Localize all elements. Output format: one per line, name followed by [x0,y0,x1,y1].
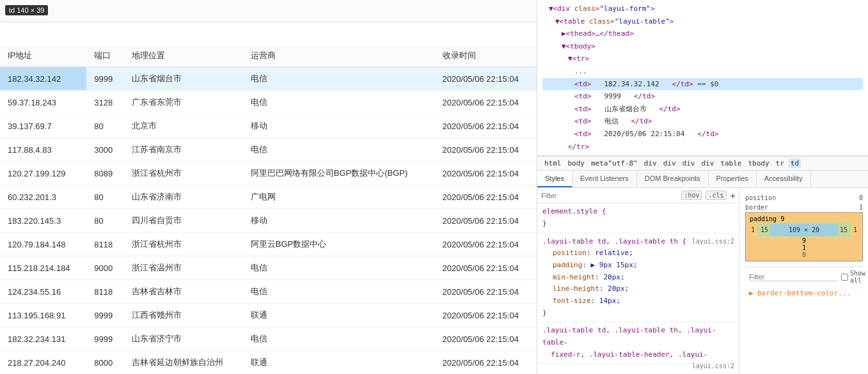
table-row[interactable]: 120.79.184.1488118浙江省杭州市阿里云BGP数据中心2020/0… [0,233,537,256]
dom-line[interactable]: <td>山东省烟台市</td> [542,103,863,116]
table-header-row: IP地址 端口 地理位置 运营商 收录时间 [0,45,537,67]
table-row[interactable]: 182.32.234.1319999山东省济宁市电信2020/05/06 22:… [0,327,537,351]
breadcrumb-item-html[interactable]: html [542,159,564,168]
filter-plus-btn[interactable]: + [730,191,736,200]
table-row[interactable]: 183.220.145.380四川省自贡市移动2020/05/06 22:15:… [0,209,537,233]
css-rule-layui-table: .layui-table td, .layui-​table th { layu… [537,233,739,323]
table-row[interactable]: 120.27.199.1298089浙江省杭州市阿里巴巴网络有限公司BGP数据中… [0,162,537,185]
table-body: 182.34.32.1429999山东省烟台市电信2020/05/06 22:1… [0,67,537,375]
table-cell-ip: 39.137.69.7 [0,114,86,138]
table-row[interactable]: 60.232.201.380山东省济南市广电网2020/05/06 22:15:… [0,185,537,209]
border-value: 1 [859,204,863,211]
table-cell-location: 四川省自贡市 [124,209,243,233]
box-middle-row: 1 15 109 × 20 15 1 [748,222,860,237]
table-cell-port: 3000 [86,138,124,162]
table-row[interactable]: 117.88.4.833000江苏省南京市电信2020/05/06 22:15:… [0,138,537,162]
tab-styles[interactable]: Styles [537,171,572,187]
tab-event-listeners[interactable]: Event Listeners [572,171,637,187]
dom-line[interactable]: ▼<table class="layui-table"> [542,15,863,28]
col-isp: 运营商 [243,45,435,67]
breadcrumb-item-tbody[interactable]: tbody [746,159,771,168]
table-cell-port: 3128 [86,91,124,114]
breadcrumb-item-tr[interactable]: tr [774,159,786,168]
margin-bottom-val: 0 [802,251,806,258]
show-all-label[interactable]: Show all [841,270,865,284]
content-box: 109 × 20 [770,224,838,236]
table-cell-location: 吉林省吉林市 [124,280,243,304]
breadcrumb-item-meta"utf-8"[interactable]: meta"utf-8" [589,159,640,168]
padding-right-val: 15 [838,226,849,233]
table-cell-isp: 电信 [243,256,435,280]
border-label: border [745,204,768,211]
table-cell-ip: 182.34.32.142 [0,67,86,91]
dom-line[interactable]: ▶<thead>…</thead> [542,27,863,40]
table-cell-ip: 182.32.234.131 [0,327,86,351]
box-model-diagram: padding 9 1 15 109 × 20 15 1 9 1 0 [745,212,863,261]
filter-hov-btn[interactable]: :hov [681,191,702,200]
dom-line[interactable]: <td>2020/05/06 22:15:04</td> [542,128,863,141]
table-row[interactable]: 218.27.204.2408000吉林省延边朝鲜族自治州联通2020/05/0… [0,351,537,375]
dom-line[interactable]: <td>电信</td> [542,115,863,128]
dom-line[interactable]: ▼<tbody> [542,40,863,53]
breadcrumb-item-div[interactable]: div [681,159,697,168]
dom-tree[interactable]: ▼<div class="layui-form">▼<table class="… [537,0,868,156]
table-cell-isp: 电信 [243,138,435,162]
tab-properties[interactable]: Properties [709,171,757,187]
table-cell-location: 广东省东莞市 [124,91,243,114]
table-cell-ip: 113.195.168.91 [0,304,86,327]
table-cell-time: 2020/05/06 22:15:04 [435,327,537,351]
breadcrumb-item-body[interactable]: body [566,159,587,168]
filter-input[interactable] [541,192,677,199]
table-cell-port: 80 [86,209,124,233]
dom-line[interactable]: ▼<div class="layui-form"> [542,3,863,15]
table-cell-ip: 117.88.4.83 [0,138,86,162]
position-row: position 0 [745,193,863,203]
table-cell-time: 2020/05/06 22:15:04 [435,233,537,256]
box-padding-label-row: padding 9 [748,215,860,222]
position-label: position [745,194,776,201]
box-border-bottom-row: 1 [748,244,860,251]
table-wrapper[interactable]: IP地址 端口 地理位置 运营商 收录时间 182.34.32.1429999山… [0,45,537,374]
dom-line[interactable]: ▼<tr> [542,52,863,65]
filter-bar: :hov .cls + [537,188,739,203]
tooltip-tag: td [9,6,15,14]
styles-left[interactable]: :hov .cls + element.style {} .layui-tabl… [537,188,740,374]
breadcrumb-item-table[interactable]: table [718,159,743,168]
data-table: IP地址 端口 地理位置 运营商 收录时间 182.34.32.1429999山… [0,45,537,374]
dom-line: </tr> [542,141,863,153]
table-row[interactable]: 115.218.214.1849000浙江省温州市电信2020/05/06 22… [0,256,537,280]
table-cell-port: 80 [86,185,124,209]
filter-cls-btn[interactable]: .cls [706,191,726,200]
tooltip-badge: td 140 × 39 [5,5,48,15]
table-cell-ip: 60.232.201.3 [0,185,86,209]
table-cell-isp: 移动 [243,114,435,138]
breadcrumb-item-td[interactable]: td [789,159,801,168]
table-cell-location: 江苏省南京市 [124,138,243,162]
show-all-checkbox[interactable] [841,274,848,281]
filter-bar-bottom: Show all [745,267,863,286]
css-rule-layui-table-2: .layui-table td, .layui-​table th, .layu… [537,322,739,364]
table-cell-isp: 电信 [243,280,435,304]
padding-label: padding 9 [750,215,784,222]
breadcrumb-item-div[interactable]: div [699,159,716,168]
table-row[interactable]: 182.34.32.1429999山东省烟台市电信2020/05/06 22:1… [0,67,537,91]
dom-line-selected[interactable]: <td>182.34.32.142</td> == $0 [542,78,863,91]
dom-line[interactable]: ... [542,65,863,78]
table-cell-location: 浙江省杭州市 [124,162,243,185]
breadcrumb-item-div[interactable]: div [642,159,659,168]
table-cell-ip: 183.220.145.3 [0,209,86,233]
table-cell-location: 浙江省杭州市 [124,233,243,256]
table-cell-time: 2020/05/06 22:15:04 [435,138,537,162]
table-row[interactable]: 113.195.168.919999江西省赣州市联通2020/05/06 22:… [0,304,537,327]
table-row[interactable]: 124.234.55.168118吉林省吉林市电信2020/05/06 22:1… [0,280,537,304]
tab-dom-breakpoints[interactable]: DOM Breakpoints [637,171,709,187]
dom-line[interactable]: <td>9999</td> [542,90,863,103]
table-cell-time: 2020/05/06 22:15:04 [435,256,537,280]
table-row[interactable]: 39.137.69.780北京市移动2020/05/06 22:15:04 [0,114,537,138]
filter-bottom-input[interactable] [749,273,837,281]
table-row[interactable]: 59.37.18.2433128广东省东莞市电信2020/05/06 22:15… [0,91,537,114]
breadcrumb-item-div[interactable]: div [661,159,678,168]
show-all-text: Show all [850,270,865,284]
tab-accessibility[interactable]: Accessibility [757,171,811,187]
table-cell-isp: 联通 [243,351,435,375]
